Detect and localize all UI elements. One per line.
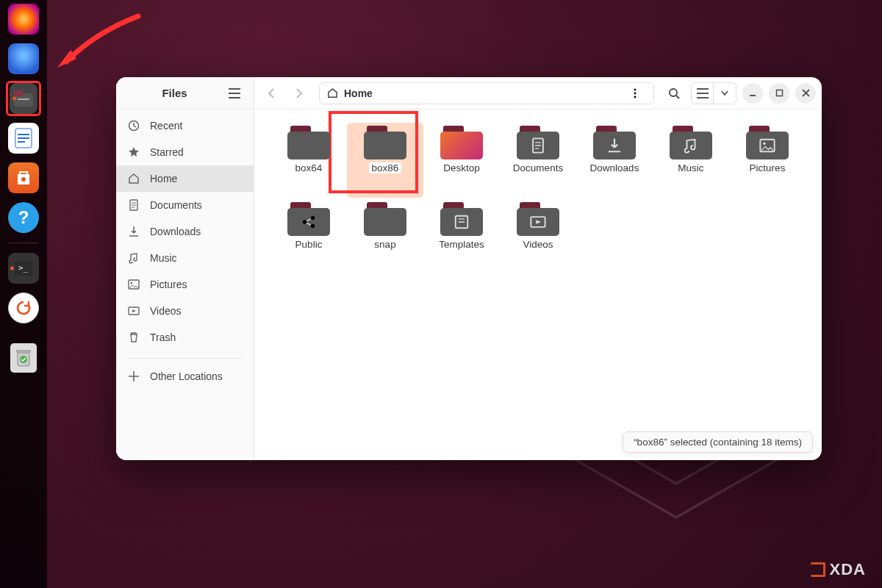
folder-icon xyxy=(670,126,712,159)
files-window: Files RecentStarredHomeDocumentsDownload… xyxy=(116,77,822,460)
back-button[interactable] xyxy=(260,82,282,104)
sidebar-item-home[interactable]: Home xyxy=(116,165,254,192)
sidebar-item-documents[interactable]: Documents xyxy=(116,192,254,218)
sidebar-item-label: Downloads xyxy=(150,226,201,237)
dock-help[interactable]: ? xyxy=(6,200,41,235)
dock-separator xyxy=(9,243,38,243)
svg-rect-6 xyxy=(18,98,29,100)
window-title: Files xyxy=(125,87,224,99)
dock-firefox[interactable] xyxy=(6,1,41,37)
folder-icon xyxy=(517,126,559,159)
folder-box64[interactable]: box64 xyxy=(270,123,347,198)
folder-templates[interactable]: Templates xyxy=(423,199,500,274)
view-switcher xyxy=(691,82,736,104)
view-list-button[interactable] xyxy=(692,83,714,104)
folder-icon xyxy=(593,126,636,159)
folder-label: Documents xyxy=(513,162,563,173)
svg-point-31 xyxy=(763,142,766,145)
sidebar-item-downloads[interactable]: Downloads xyxy=(116,218,254,245)
clock-icon xyxy=(128,120,140,132)
headerbar: Home xyxy=(254,77,822,110)
folder-label: box64 xyxy=(295,162,323,173)
folder-public[interactable]: Public xyxy=(270,199,347,274)
svg-point-33 xyxy=(311,216,315,220)
status-bar: “box86” selected (containing 18 items) xyxy=(623,431,813,453)
svg-rect-8 xyxy=(18,134,29,135)
sidebar-item-label: Trash xyxy=(150,331,176,343)
folder-label: Public xyxy=(295,239,323,250)
sidebar-item-label: Pictures xyxy=(150,279,187,290)
folder-downloads[interactable]: Downloads xyxy=(576,123,653,198)
dock-updater[interactable] xyxy=(6,290,41,326)
star-icon xyxy=(128,146,140,158)
svg-point-11 xyxy=(21,177,26,182)
sidebar-other-locations[interactable]: Other Locations xyxy=(116,363,254,390)
view-dropdown-button[interactable] xyxy=(714,83,736,104)
folder-box86[interactable]: box86 xyxy=(347,123,423,198)
video-icon xyxy=(128,305,140,317)
sidebar-item-label: Recent xyxy=(150,120,182,132)
path-menu-button[interactable] xyxy=(624,82,646,104)
hamburger-menu-button[interactable] xyxy=(224,83,245,104)
forward-button[interactable] xyxy=(288,82,310,104)
dock: ? >_ xyxy=(0,0,47,588)
folder-icon xyxy=(440,126,483,159)
sidebar-item-pictures[interactable]: Pictures xyxy=(116,271,254,298)
folder-desktop[interactable]: Desktop xyxy=(423,123,500,198)
sidebar-item-label: Home xyxy=(150,173,177,184)
folder-label: Templates xyxy=(439,239,484,250)
sidebar: Files RecentStarredHomeDocumentsDownload… xyxy=(116,77,254,460)
close-button[interactable] xyxy=(795,83,816,104)
folder-label: Downloads xyxy=(590,162,639,173)
folder-label: Videos xyxy=(523,239,553,250)
folder-icon xyxy=(364,126,406,159)
sidebar-item-label: Music xyxy=(150,252,177,264)
folder-videos[interactable]: Videos xyxy=(500,199,576,274)
svg-point-26 xyxy=(634,96,637,98)
folder-icon xyxy=(440,202,483,236)
sidebar-item-label: Starred xyxy=(150,146,184,158)
svg-point-32 xyxy=(303,220,307,224)
dock-trash[interactable] xyxy=(6,340,41,376)
minimize-button[interactable] xyxy=(742,83,763,104)
content-area: Home box64box86DesktopDocumentsDownloads… xyxy=(254,77,822,460)
sidebar-item-recent[interactable]: Recent xyxy=(116,112,254,139)
svg-rect-10 xyxy=(18,141,25,143)
pathbar[interactable]: Home xyxy=(319,82,654,104)
search-button[interactable] xyxy=(663,82,685,104)
sidebar-item-music[interactable]: Music xyxy=(116,245,254,271)
svg-point-24 xyxy=(634,88,637,90)
folder-snap[interactable]: snap xyxy=(347,199,423,274)
icon-grid[interactable]: box64box86DesktopDocumentsDownloadsMusic… xyxy=(254,110,822,460)
folder-pictures[interactable]: Pictures xyxy=(729,123,806,198)
dock-libreoffice[interactable] xyxy=(6,121,41,156)
trash-icon xyxy=(128,331,140,343)
svg-text:>_: >_ xyxy=(18,263,29,273)
folder-icon xyxy=(287,202,330,236)
dock-files[interactable] xyxy=(6,81,41,116)
dock-terminal[interactable]: >_ xyxy=(6,251,41,286)
sidebar-item-trash[interactable]: Trash xyxy=(116,324,254,351)
dock-software[interactable] xyxy=(6,160,41,196)
sidebar-item-label: Documents xyxy=(150,199,202,211)
svg-rect-5 xyxy=(14,90,23,96)
folder-label: Pictures xyxy=(750,162,786,173)
folder-icon xyxy=(364,202,406,236)
folder-icon xyxy=(287,126,330,159)
svg-rect-15 xyxy=(16,350,31,353)
sidebar-item-videos[interactable]: Videos xyxy=(116,298,254,324)
watermark-xda: XDA xyxy=(811,560,866,579)
image-icon xyxy=(128,279,140,290)
sidebar-item-label: Videos xyxy=(150,305,182,317)
sidebar-item-starred[interactable]: Starred xyxy=(116,139,254,165)
svg-rect-9 xyxy=(18,137,29,139)
svg-point-25 xyxy=(634,92,637,94)
folder-label: Music xyxy=(678,162,703,173)
folder-music[interactable]: Music xyxy=(653,123,729,198)
maximize-button[interactable] xyxy=(769,83,789,104)
dock-thunderbird[interactable] xyxy=(6,41,41,76)
download-icon xyxy=(128,226,140,237)
sidebar-item-label: Other Locations xyxy=(150,370,223,382)
svg-rect-28 xyxy=(776,90,782,96)
folder-documents[interactable]: Documents xyxy=(500,123,576,198)
